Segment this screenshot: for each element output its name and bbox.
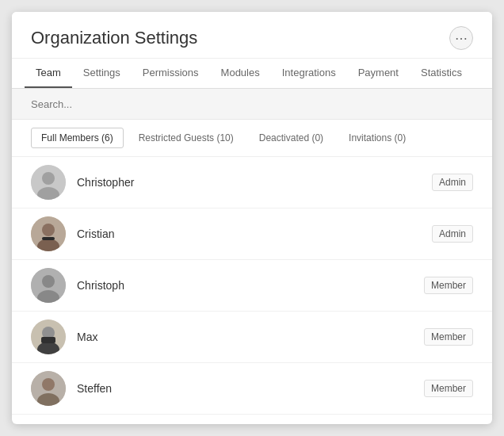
role-badge: Member (424, 328, 473, 346)
page-header: Organization Settings ⋯ (12, 12, 492, 59)
avatar (31, 371, 66, 406)
avatar (31, 268, 66, 303)
avatar (31, 319, 66, 354)
filter-bar: Full Members (6) Restricted Guests (10) … (12, 120, 492, 157)
table-row[interactable]: Steffen Member (12, 363, 492, 415)
member-name: Cristian (77, 228, 432, 240)
avatar (31, 216, 66, 251)
role-badge: Member (424, 277, 473, 294)
svg-point-1 (42, 172, 55, 185)
member-name: Steffen (77, 382, 424, 395)
member-name: Christoph (77, 279, 424, 292)
filter-invitations[interactable]: Invitations (0) (338, 128, 416, 148)
tab-permissions[interactable]: Permissions (132, 59, 210, 88)
more-options-button[interactable]: ⋯ (449, 26, 473, 50)
svg-point-15 (42, 378, 55, 391)
avatar (31, 165, 66, 200)
member-name: Christopher (77, 176, 432, 189)
member-list: Christopher Admin Cristian Admin (12, 157, 492, 422)
role-badge: Admin (432, 174, 473, 191)
tab-settings[interactable]: Settings (72, 59, 132, 88)
svg-point-8 (42, 275, 55, 288)
search-input[interactable] (31, 98, 473, 110)
tab-modules[interactable]: Modules (210, 59, 271, 88)
role-badge: Member (424, 380, 473, 397)
svg-rect-13 (41, 337, 55, 343)
tab-statistics[interactable]: Statistics (410, 59, 473, 88)
svg-point-4 (42, 224, 55, 236)
role-badge: Admin (432, 225, 473, 243)
search-bar (12, 89, 492, 120)
svg-rect-6 (42, 237, 55, 240)
filter-full-members[interactable]: Full Members (6) (31, 128, 124, 148)
tab-payment[interactable]: Payment (347, 59, 410, 88)
tab-bar: Team Settings Permissions Modules Integr… (12, 59, 492, 89)
filter-restricted-guests[interactable]: Restricted Guests (10) (128, 128, 244, 148)
table-row[interactable]: Christopher Admin (12, 157, 492, 208)
tab-integrations[interactable]: Integrations (271, 59, 347, 88)
table-row[interactable]: Christoph Member (12, 260, 492, 312)
main-window: Organization Settings ⋯ Team Settings Pe… (12, 12, 492, 424)
member-name: Max (77, 331, 424, 343)
page-title: Organization Settings (31, 28, 449, 48)
table-row[interactable]: Max Member (12, 312, 492, 363)
filter-deactivated[interactable]: Deactivated (0) (249, 128, 334, 148)
table-row[interactable]: Cristian Admin (12, 208, 492, 260)
tab-team[interactable]: Team (25, 59, 72, 88)
